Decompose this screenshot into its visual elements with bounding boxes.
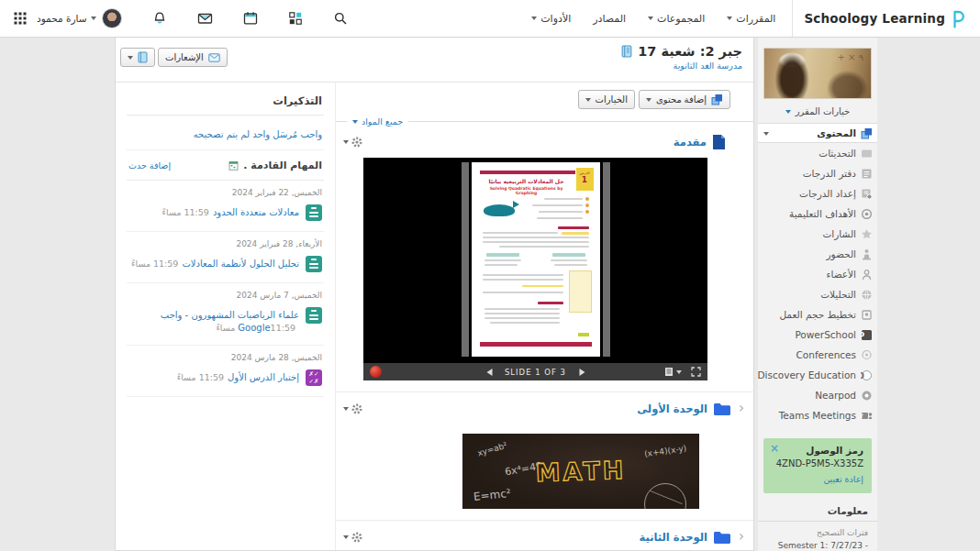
- sidebar-item-objectives[interactable]: الأهداف التعليمية: [758, 204, 877, 224]
- assignment-icon: [306, 256, 322, 272]
- notifications-button[interactable]: الإشعارات: [158, 48, 228, 67]
- sidebar-item-teams-meetings[interactable]: T Teams Meetings: [758, 405, 877, 425]
- material-link-unit2[interactable]: الوحدة الثانية: [640, 531, 707, 544]
- sidebar-item-conferences[interactable]: Conferences: [758, 345, 877, 365]
- nav-item-groups[interactable]: المجموعات: [648, 13, 705, 25]
- slide-status: SLIDE 1 OF 3: [505, 368, 566, 377]
- sidebar-item-materials[interactable]: المحتوى: [758, 123, 877, 143]
- add-event-link[interactable]: إضافة حدث: [128, 160, 171, 171]
- gradebook-icon: [861, 168, 873, 180]
- folder-icon: [713, 531, 731, 544]
- messages-mail-icon[interactable]: [197, 11, 213, 26]
- event-row: معادلات متعددة الحدود11:59 مساءً: [127, 202, 324, 232]
- sidebar-item-attendance[interactable]: الحضور: [758, 244, 877, 264]
- gear-menu[interactable]: [343, 402, 363, 415]
- material-row-unit2: الوحدة الثانية: [336, 521, 753, 551]
- chevron-down-icon: [352, 120, 358, 124]
- event-date: الخميس, 22 فبراير 2024: [127, 181, 324, 202]
- slide-page[interactable]: الدرس 1 حل المعادلات التربيعية بيانيًا S…: [472, 162, 600, 357]
- slide-viewer: الدرس 1 حل المعادلات التربيعية بيانيًا S…: [363, 158, 707, 380]
- notebook-icon: [621, 45, 632, 58]
- assignment-icon: [306, 204, 322, 221]
- event-link[interactable]: تحليل الحلول لأنظمة المعادلات: [182, 259, 299, 269]
- sidebar-item-gradebook[interactable]: دفتر الدرجات: [758, 163, 877, 183]
- gear-icon: [351, 531, 363, 544]
- nav-item-resources[interactable]: المصادر: [593, 13, 626, 25]
- material-row-intro: مقدمة: [336, 127, 753, 156]
- sidebar-item-updates[interactable]: التحديثات: [758, 143, 877, 163]
- upcoming-group: الخميس, 28 مارس 2024 إختبار الدرس الأول1…: [127, 346, 324, 397]
- event-link[interactable]: معادلات متعددة الحدود: [213, 207, 299, 217]
- material-link-unit1[interactable]: الوحدة الأولى: [637, 402, 707, 415]
- sidebar-item-analytics[interactable]: التحليلات: [758, 284, 877, 304]
- svg-text:P: P: [861, 331, 864, 340]
- view-mode-menu[interactable]: [664, 367, 682, 377]
- upcoming-group: الخميس, 7 مارس 2024 علماء الرياضيات المش…: [127, 283, 324, 346]
- slide-title-ar: حل المعادلات التربيعية بيانيًا: [481, 178, 573, 185]
- chevron-down-icon: [676, 370, 682, 374]
- all-materials-filter[interactable]: جميع المواد: [347, 116, 408, 127]
- nav-separator: [792, 0, 793, 37]
- nav-item-tools[interactable]: الأدوات: [531, 13, 571, 25]
- notebook-dropdown-button[interactable]: [120, 48, 155, 67]
- fullscreen-icon[interactable]: [691, 367, 701, 377]
- ungraded-submission-link[interactable]: واجب مُرسَل واحد لم يتم تصحيحه: [194, 129, 322, 139]
- unit1-banner-image: xy=ab² 6x⁴=49 E=mc² (x+4)(x-y) MATH: [462, 434, 699, 509]
- access-code-title: رمز الوصول: [772, 445, 863, 456]
- discovery-education-icon: D: [861, 369, 873, 381]
- whale-illustration: [484, 204, 515, 216]
- chevron-down-icon: [646, 98, 651, 102]
- sidebar-item-members[interactable]: الأعضاء: [758, 264, 877, 284]
- sidebar-item-powerschool[interactable]: P PowerSchool: [758, 325, 877, 345]
- schoology-logo[interactable]: Schoology Learning: [804, 9, 967, 28]
- sidebar-item-discovery-education[interactable]: D Discovery Education: [758, 365, 877, 385]
- chevron-down-icon: [727, 17, 732, 20]
- all-materials-divider: جميع المواد: [336, 116, 753, 127]
- add-content-button[interactable]: إضافة محتوى: [639, 90, 730, 109]
- event-time: 11:59 مساءً: [162, 207, 209, 217]
- chevron-down-icon: [763, 132, 769, 136]
- upcoming-heading: المهام القادمة . إضافة حدث: [127, 150, 324, 181]
- sidebar-item-workload[interactable]: تخطيط حجم العمل: [758, 304, 877, 325]
- sidebar-item-badges[interactable]: الشارات: [758, 224, 877, 244]
- course-image: [763, 48, 872, 99]
- document-icon: [712, 134, 726, 150]
- user-menu[interactable]: سارة محمود: [37, 8, 122, 28]
- sidebar-item-nearpod[interactable]: Nearpod: [758, 385, 877, 405]
- event-link[interactable]: إختبار الدرس الأول: [228, 372, 299, 382]
- gear-menu[interactable]: [343, 531, 363, 544]
- apps-grid-icon[interactable]: [288, 11, 303, 26]
- sidebar-item-grade-setup[interactable]: إعداد الدرجات: [758, 183, 877, 204]
- nav-item-courses[interactable]: المقررات: [727, 13, 775, 25]
- grading-periods-label: فترات التصحيح: [767, 527, 868, 540]
- presentation-logo-icon[interactable]: [370, 366, 382, 378]
- sidebar-menu: المحتوى التحديثات دفتر الدرجات إعداد الد…: [758, 123, 877, 425]
- event-row: علماء الرياضيات المشهورون - واجب Google1…: [127, 304, 324, 346]
- collapse-chevron-icon[interactable]: [739, 530, 744, 544]
- globe-icon: [861, 289, 873, 301]
- course-options-toggle[interactable]: خيارات المقرر: [758, 104, 877, 123]
- search-icon[interactable]: [333, 11, 348, 26]
- previous-slide-button[interactable]: [486, 369, 492, 376]
- collapse-chevron-icon[interactable]: [739, 402, 744, 415]
- avatar: [102, 8, 122, 28]
- gear-icon: [351, 402, 363, 415]
- material-link-intro[interactable]: مقدمة: [674, 136, 707, 149]
- event-time: 11:59 مساءً: [177, 372, 224, 382]
- conferences-icon: [861, 349, 873, 361]
- calendar-icon[interactable]: [243, 11, 258, 26]
- school-link[interactable]: مدرسة الغد الثانوية: [621, 61, 742, 71]
- reset-access-code-link[interactable]: إعادة تعيين: [823, 474, 863, 484]
- chevron-down-icon: [128, 56, 133, 60]
- course-header: جبر 2: شعبة 17 مدرسة الغد الثانوية الإشع…: [116, 38, 753, 83]
- options-button[interactable]: الخيارات: [578, 90, 635, 109]
- gear-menu[interactable]: [343, 136, 363, 149]
- attendance-podium-icon: [861, 248, 873, 260]
- star-icon: [861, 228, 873, 240]
- top-navbar: Schoology Learning المقررات المجموعات ال…: [0, 0, 980, 38]
- next-slide-button[interactable]: [579, 369, 585, 376]
- app-launcher-grid-icon[interactable]: [13, 11, 28, 26]
- close-icon[interactable]: [770, 443, 779, 454]
- notifications-bell-icon[interactable]: [152, 11, 167, 26]
- grading-periods: فترات التصحيح Semester 1: 7/27/23 - 1/26…: [758, 522, 877, 551]
